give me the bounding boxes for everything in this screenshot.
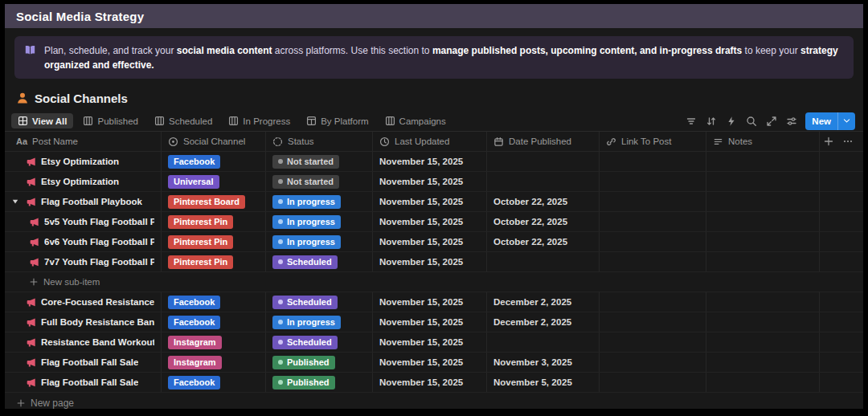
link-to-post-cell[interactable] <box>600 292 706 312</box>
date-published-cell[interactable]: October 22, 2025 <box>487 212 600 231</box>
last-updated-cell[interactable]: November 15, 2025 <box>373 252 487 271</box>
table-row[interactable]: Etsy OptimizationUniversalNot startedNov… <box>5 172 863 192</box>
link-to-post-cell[interactable] <box>600 212 706 231</box>
filter-icon[interactable] <box>686 116 697 127</box>
post-name-cell[interactable]: Etsy Optimization <box>5 152 162 171</box>
link-to-post-cell[interactable] <box>600 312 706 332</box>
post-name-cell[interactable]: Core-Focused Resistance Band Workout <box>5 292 162 312</box>
last-updated-cell[interactable]: November 15, 2025 <box>373 152 487 171</box>
date-published-cell[interactable]: December 2, 2025 <box>487 292 600 312</box>
social-channel-cell[interactable]: Pinterest Pin <box>162 252 266 271</box>
post-name-cell[interactable]: Flag Football Fall Sale <box>5 373 162 392</box>
date-published-cell[interactable] <box>487 152 600 171</box>
post-name-cell[interactable]: Full Body Resistance Band Workout <box>5 312 162 332</box>
social-channel-cell[interactable]: Pinterest Board <box>162 192 266 211</box>
date-published-cell[interactable] <box>487 252 600 271</box>
toggle-expanded-icon[interactable] <box>11 198 21 206</box>
table-row[interactable]: Full Body Resistance Band WorkoutFaceboo… <box>5 312 863 332</box>
social-channel-cell[interactable]: Facebook <box>162 373 266 392</box>
status-cell[interactable]: In progress <box>266 192 373 211</box>
link-to-post-cell[interactable] <box>600 332 706 352</box>
status-cell[interactable]: Not started <box>266 152 373 171</box>
column-header-post-name[interactable]: AaPost Name <box>5 132 162 151</box>
sort-icon[interactable] <box>706 116 717 127</box>
status-cell[interactable]: Published <box>266 353 373 372</box>
notes-cell[interactable] <box>706 192 820 211</box>
social-channel-cell[interactable]: Facebook <box>162 292 266 312</box>
last-updated-cell[interactable]: November 15, 2025 <box>373 373 487 392</box>
link-to-post-cell[interactable] <box>600 232 706 251</box>
column-header-notes[interactable]: Notes <box>706 132 820 151</box>
notes-cell[interactable] <box>706 332 820 352</box>
notes-cell[interactable] <box>706 172 820 191</box>
date-published-cell[interactable]: November 3, 2025 <box>487 353 600 372</box>
link-to-post-cell[interactable] <box>600 373 706 392</box>
last-updated-cell[interactable]: November 15, 2025 <box>373 353 487 372</box>
date-published-cell[interactable] <box>487 172 600 191</box>
view-tab-campaigns[interactable]: Campaigns <box>379 113 452 128</box>
table-row[interactable]: 5v5 Youth Flag Football PlaybookPinteres… <box>5 212 863 232</box>
link-to-post-cell[interactable] <box>600 152 706 171</box>
status-cell[interactable]: Scheduled <box>266 252 373 271</box>
social-channel-cell[interactable]: Universal <box>162 172 266 191</box>
date-published-cell[interactable]: October 22, 2025 <box>487 192 600 211</box>
last-updated-cell[interactable]: November 15, 2025 <box>373 232 487 251</box>
date-published-cell[interactable]: October 22, 2025 <box>487 232 600 251</box>
new-sub-item-button[interactable]: New sub-item <box>5 272 863 292</box>
notes-cell[interactable] <box>706 152 820 171</box>
social-channel-cell[interactable]: Instagram <box>162 353 266 372</box>
link-to-post-cell[interactable] <box>600 172 706 191</box>
date-published-cell[interactable]: December 2, 2025 <box>487 312 600 332</box>
chevron-down-icon[interactable] <box>837 112 855 130</box>
sliders-icon[interactable] <box>786 116 797 127</box>
search-icon[interactable] <box>746 116 757 127</box>
notes-cell[interactable] <box>706 292 820 312</box>
new-button[interactable]: New <box>805 112 855 130</box>
notes-cell[interactable] <box>706 353 820 372</box>
status-cell[interactable]: Not started <box>266 172 373 191</box>
table-row[interactable]: Resistance Band WorkoutInstagramSchedule… <box>5 332 863 353</box>
table-row[interactable]: Core-Focused Resistance Band WorkoutFace… <box>5 292 863 312</box>
column-header-last-updated[interactable]: Last Updated <box>373 132 487 151</box>
notes-cell[interactable] <box>706 252 820 271</box>
last-updated-cell[interactable]: November 15, 2025 <box>373 192 487 211</box>
post-name-cell[interactable]: 5v5 Youth Flag Football Playbook <box>5 212 162 231</box>
status-cell[interactable]: In progress <box>266 212 373 231</box>
view-tab-in-progress[interactable]: In Progress <box>222 113 297 128</box>
table-row[interactable]: Flag Football PlaybookPinterest BoardIn … <box>5 192 863 212</box>
lightning-icon[interactable] <box>726 116 737 127</box>
column-header-social-channel[interactable]: Social Channel <box>162 132 266 151</box>
social-channel-cell[interactable]: Pinterest Pin <box>162 212 266 231</box>
column-header-date-published[interactable]: Date Published <box>487 132 600 151</box>
last-updated-cell[interactable]: November 15, 2025 <box>373 312 487 332</box>
notes-cell[interactable] <box>706 232 820 251</box>
column-header-link-to-post[interactable]: Link To Post <box>600 132 706 151</box>
more-options-icon[interactable] <box>842 136 854 147</box>
date-published-cell[interactable]: November 5, 2025 <box>487 373 600 392</box>
social-channel-cell[interactable]: Instagram <box>162 332 266 352</box>
view-tab-view-all[interactable]: View All <box>11 113 73 128</box>
notes-cell[interactable] <box>706 212 820 231</box>
table-row[interactable]: Flag Football Fall SaleInstagramPublishe… <box>5 353 863 373</box>
expand-icon[interactable] <box>766 116 777 127</box>
post-name-cell[interactable]: 7v7 Youth Flag Football Playbook <box>5 252 162 271</box>
view-tab-scheduled[interactable]: Scheduled <box>148 113 219 128</box>
social-channel-cell[interactable]: Pinterest Pin <box>162 232 266 251</box>
new-page-button[interactable]: New page <box>5 393 863 409</box>
post-name-cell[interactable]: 6v6 Youth Flag Football Playbook <box>5 232 162 251</box>
status-cell[interactable]: Scheduled <box>266 332 373 352</box>
column-header-status[interactable]: Status <box>266 132 373 151</box>
social-channel-cell[interactable]: Facebook <box>162 312 266 332</box>
post-name-cell[interactable]: Flag Football Fall Sale <box>5 353 162 372</box>
notes-cell[interactable] <box>706 373 820 392</box>
status-cell[interactable]: In progress <box>266 232 373 251</box>
table-row[interactable]: 7v7 Youth Flag Football PlaybookPinteres… <box>5 252 863 272</box>
status-cell[interactable]: In progress <box>266 312 373 332</box>
view-tab-published[interactable]: Published <box>76 113 145 128</box>
last-updated-cell[interactable]: November 15, 2025 <box>373 172 487 191</box>
link-to-post-cell[interactable] <box>600 353 706 372</box>
table-row[interactable]: Etsy OptimizationFacebookNot startedNove… <box>5 152 863 172</box>
link-to-post-cell[interactable] <box>600 192 706 211</box>
last-updated-cell[interactable]: November 15, 2025 <box>373 212 487 231</box>
status-cell[interactable]: Published <box>266 373 373 392</box>
